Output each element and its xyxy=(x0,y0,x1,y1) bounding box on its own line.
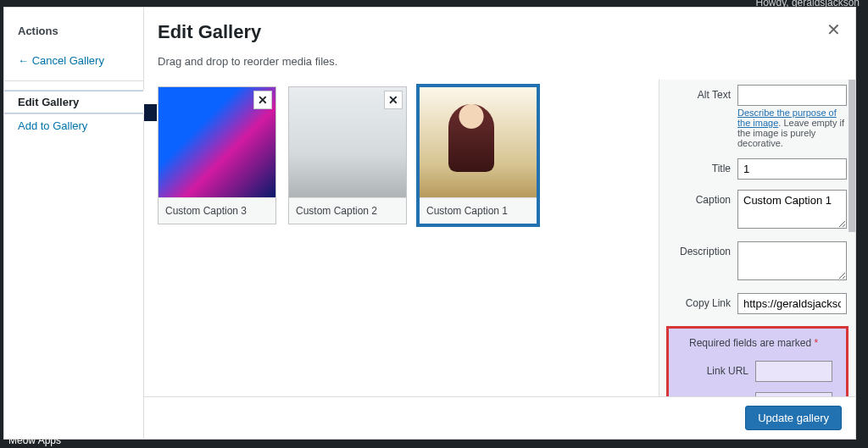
thumb-image xyxy=(420,87,537,197)
close-icon: ✕ xyxy=(388,93,398,107)
remove-thumb-button[interactable]: ✕ xyxy=(384,91,403,109)
link-url-input[interactable] xyxy=(755,361,832,382)
edit-gallery-tab[interactable]: Edit Gallery xyxy=(4,90,144,114)
caption-label: Caption xyxy=(668,190,731,206)
modal-subtitle: Drag and drop to reorder media files. xyxy=(144,52,855,80)
copy-link-label: Copy Link xyxy=(668,293,731,309)
gallery-thumb[interactable]: ✕ Custom Caption 3 xyxy=(158,86,276,224)
link-fields-highlight: Required fields are marked * Link URL Li… xyxy=(666,326,849,396)
modal-title: Edit Gallery xyxy=(158,21,842,43)
link-target-label: Link Target xyxy=(682,392,748,396)
remove-thumb-button[interactable]: ✕ xyxy=(253,91,272,109)
title-label: Title xyxy=(668,158,731,174)
gallery-thumb[interactable]: ✕ Custom Caption 2 xyxy=(288,86,407,224)
required-asterisk: * xyxy=(814,337,818,349)
thumb-caption: Custom Caption 1 xyxy=(420,197,537,224)
close-icon: ✕ xyxy=(826,19,841,40)
thumb-caption: Custom Caption 2 xyxy=(289,197,406,224)
thumb-caption: Custom Caption 3 xyxy=(159,197,275,224)
modal-main: Edit Gallery ✕ Drag and drop to reorder … xyxy=(144,8,855,439)
close-icon: ✕ xyxy=(258,93,268,107)
alt-text-label: Alt Text xyxy=(668,85,731,101)
actions-heading: Actions xyxy=(4,16,143,49)
attachment-details: Alt Text Describe the purpose of the ima… xyxy=(659,80,855,396)
title-input[interactable] xyxy=(737,158,847,180)
copy-link-input[interactable] xyxy=(737,293,847,314)
description-label: Description xyxy=(668,241,731,257)
gallery-grid[interactable]: ✕ Custom Caption 3 ✕ Custom Caption 2 ✕ … xyxy=(144,80,659,396)
required-note: Required fields are marked * xyxy=(674,337,841,356)
add-to-gallery-tab[interactable]: Add to Gallery xyxy=(4,114,143,137)
alt-text-hint: Describe the purpose of the image. Leave… xyxy=(737,106,847,148)
wp-admin-bar: Howdy, geraldsjackson xyxy=(0,0,868,5)
modal-header: Edit Gallery ✕ xyxy=(144,8,855,52)
modal-close-button[interactable]: ✕ xyxy=(821,18,845,41)
modal-sidebar: Actions Cancel Gallery Edit Gallery Add … xyxy=(4,8,144,439)
cancel-gallery-link[interactable]: Cancel Gallery xyxy=(4,49,143,72)
description-textarea[interactable] xyxy=(737,241,847,280)
link-url-label: Link URL xyxy=(682,361,748,377)
media-modal: Actions Cancel Gallery Edit Gallery Add … xyxy=(3,7,856,440)
sidebar-separator xyxy=(4,80,143,81)
required-text: Required fields are marked xyxy=(689,337,814,349)
update-gallery-button[interactable]: Update gallery xyxy=(745,406,842,430)
gallery-thumb-selected[interactable]: ✕ Custom Caption 1 xyxy=(419,86,537,224)
modal-footer: Update gallery xyxy=(144,396,855,439)
alt-text-input[interactable] xyxy=(737,85,847,106)
caption-textarea[interactable]: Custom Caption 1 xyxy=(737,190,847,229)
link-target-select[interactable]: Same page xyxy=(755,392,832,396)
